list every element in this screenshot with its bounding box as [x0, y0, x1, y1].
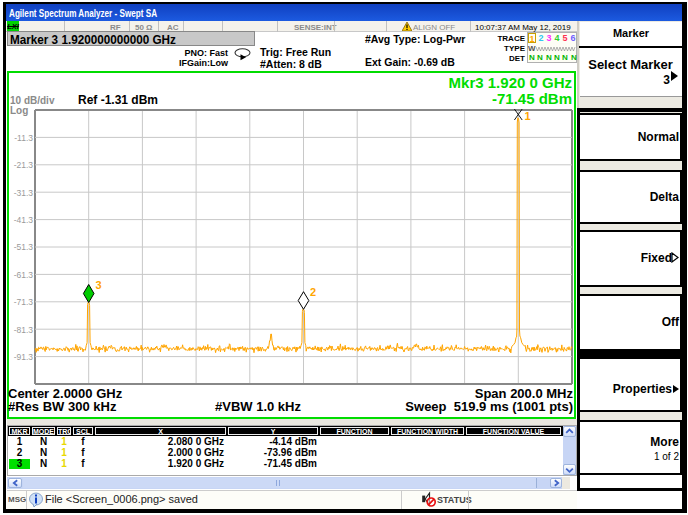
- svg-text:2: 2: [310, 286, 316, 298]
- svg-text:3: 3: [96, 279, 102, 291]
- svg-text:1: 1: [525, 110, 531, 122]
